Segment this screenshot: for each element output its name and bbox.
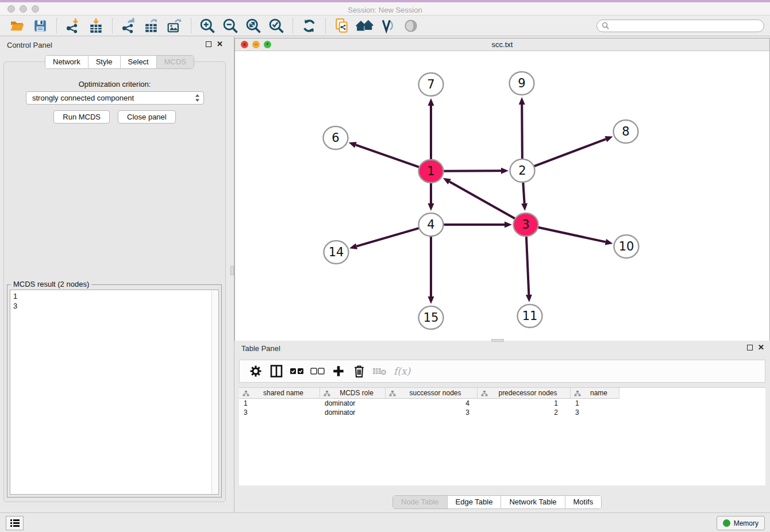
zoom-out-button[interactable] <box>221 17 240 34</box>
tab-network-table[interactable]: Network Table <box>501 496 565 508</box>
toolbar-search[interactable] <box>596 20 764 32</box>
table-cell[interactable]: 1 <box>571 399 619 408</box>
tab-style[interactable]: Style <box>88 56 121 68</box>
node-label-14: 14 <box>329 245 344 259</box>
memory-status-icon <box>723 519 730 527</box>
save-session-button[interactable] <box>30 17 50 34</box>
criterion-select[interactable]: strongly connected component <box>26 91 204 105</box>
delete-column-button[interactable] <box>349 363 369 380</box>
float-panel-icon[interactable] <box>206 41 211 47</box>
tab-edge-table[interactable]: Edge Table <box>448 496 502 508</box>
task-history-button[interactable] <box>6 516 24 530</box>
column-header-name[interactable]: name <box>571 388 619 399</box>
edge-2-8[interactable] <box>534 139 606 167</box>
import-table-button[interactable] <box>86 17 106 34</box>
edge-1-2[interactable] <box>443 171 501 171</box>
table-cell[interactable]: 4 <box>386 399 478 408</box>
clone-network-button[interactable] <box>332 17 352 34</box>
network-graph[interactable]: 7968124314101511 <box>235 51 769 341</box>
table-cell[interactable]: dominator <box>320 399 386 408</box>
table-cell[interactable]: 3 <box>239 408 320 417</box>
zoom-fit-button[interactable] <box>244 17 263 34</box>
zoom-in-button[interactable] <box>198 17 217 34</box>
select-all-columns-button[interactable] <box>287 363 307 380</box>
table-panel: Table Panel ✕ <box>234 341 770 509</box>
table-cell[interactable]: 3 <box>571 408 619 417</box>
export-network-button[interactable] <box>119 17 138 34</box>
table-header-row: shared nameMCDS rolesuccessor nodesprede… <box>239 388 765 399</box>
edge-3-10[interactable] <box>538 227 606 242</box>
result-scrollbar[interactable] <box>211 290 219 495</box>
home-icon <box>356 18 374 33</box>
eye-icon <box>403 18 419 34</box>
delete-table-button <box>369 363 390 380</box>
delete-table-icon <box>372 366 387 376</box>
show-graphics-details-button[interactable] <box>401 17 421 34</box>
close-panel-button[interactable]: Close panel <box>118 110 176 124</box>
edge-2-3[interactable] <box>523 183 524 203</box>
show-column-panel-button[interactable] <box>266 363 287 380</box>
edge-4-14[interactable] <box>357 228 419 246</box>
table-cell[interactable]: 3 <box>386 408 478 417</box>
edge-3-1[interactable] <box>449 182 515 219</box>
status-bar: Memory <box>0 512 770 532</box>
node-label-3: 3 <box>522 218 529 232</box>
list-icon <box>10 519 20 527</box>
close-panel-icon[interactable]: ✕ <box>217 41 223 47</box>
unselect-all-columns-button[interactable] <box>307 363 328 380</box>
vizmapper-button[interactable] <box>378 17 398 34</box>
edge-1-6[interactable] <box>356 145 419 167</box>
create-column-button[interactable] <box>328 363 349 380</box>
zoom-selected-icon <box>268 17 285 34</box>
zoom-selected-button[interactable] <box>267 17 286 34</box>
node-label-9: 9 <box>518 76 525 90</box>
tab-motifs[interactable]: Motifs <box>565 496 602 508</box>
table-cell[interactable]: 1 <box>478 399 571 408</box>
refresh-view-button[interactable] <box>299 17 319 34</box>
export-table-button[interactable] <box>142 17 161 34</box>
arrowhead-icon <box>349 243 357 249</box>
main-toolbar <box>0 16 770 36</box>
float-table-panel-icon[interactable] <box>747 345 753 350</box>
arrowhead-icon <box>519 97 525 105</box>
table-type-tabs: Node TableEdge TableNetwork TableMotifs <box>392 495 602 509</box>
import-network-button[interactable] <box>63 17 83 34</box>
edge-3-11[interactable] <box>526 237 529 295</box>
run-mcds-button[interactable]: Run MCDS <box>53 110 110 124</box>
splitter-grip[interactable] <box>230 266 234 275</box>
save-icon <box>33 18 48 33</box>
search-icon <box>602 22 609 29</box>
network-canvas[interactable]: 7968124314101511 <box>235 51 769 341</box>
network-title: scc.txt <box>235 40 769 49</box>
table-cell[interactable]: 1 <box>239 399 320 408</box>
table-panel-title: Table Panel <box>241 344 280 353</box>
search-input[interactable] <box>612 22 759 30</box>
edge-2-9[interactable] <box>522 105 522 159</box>
memory-button[interactable]: Memory <box>717 516 765 530</box>
tab-network[interactable]: Network <box>45 56 88 68</box>
trash-icon <box>353 364 365 378</box>
tab-select[interactable]: Select <box>121 56 157 68</box>
table-row[interactable]: 1dominator411 <box>239 399 765 408</box>
vertical-splitter[interactable] <box>230 36 234 512</box>
home-button[interactable] <box>355 17 375 34</box>
close-table-panel-icon[interactable]: ✕ <box>758 345 764 350</box>
table-settings-button[interactable] <box>245 363 266 380</box>
column-header-MCDS-role[interactable]: MCDS role <box>320 388 386 399</box>
table-row[interactable]: 3dominator323 <box>239 408 765 417</box>
import-network-icon <box>65 18 81 34</box>
tab-mcds[interactable]: MCDS <box>157 56 194 68</box>
mcds-result-text[interactable]: 1 3 <box>10 290 211 495</box>
node-label-10: 10 <box>619 240 634 253</box>
control-panel-tabs: NetworkStyleSelectMCDS <box>45 55 194 69</box>
table-cell[interactable]: 2 <box>478 408 571 417</box>
export-image-button[interactable] <box>165 17 184 34</box>
arrowhead-icon <box>526 295 532 302</box>
import-table-icon <box>88 18 104 34</box>
column-header-successor-nodes[interactable]: successor nodes <box>386 388 478 399</box>
table-cell[interactable]: dominator <box>320 408 386 417</box>
tab-node-table[interactable]: Node Table <box>393 496 448 508</box>
open-session-button[interactable] <box>7 17 27 34</box>
column-header-shared-name[interactable]: shared name <box>239 388 320 399</box>
column-header-predecessor-nodes[interactable]: predecessor nodes <box>478 388 571 399</box>
